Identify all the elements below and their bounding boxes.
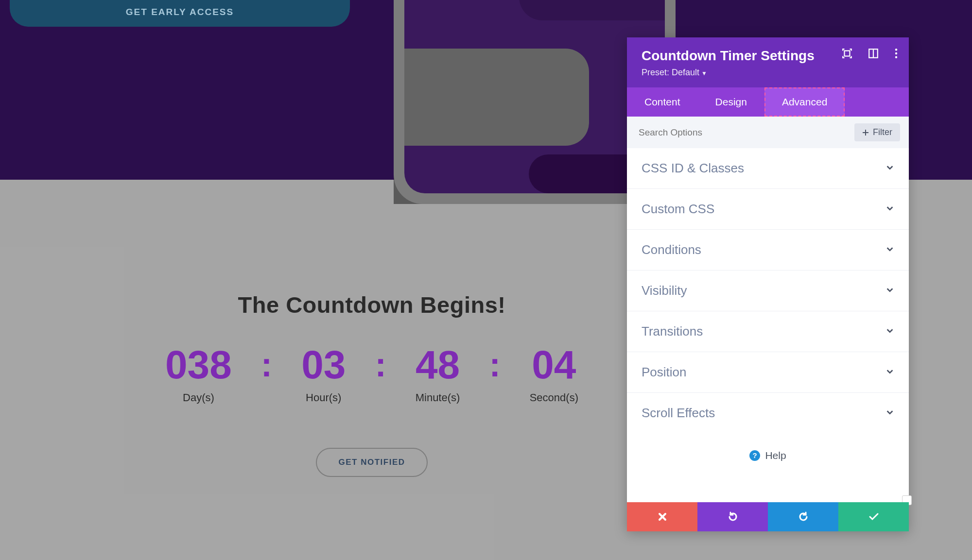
tab-content[interactable]: Content bbox=[627, 87, 698, 117]
help-label: Help bbox=[765, 450, 786, 461]
svg-point-3 bbox=[895, 49, 897, 51]
check-icon bbox=[868, 511, 880, 523]
redo-icon bbox=[798, 511, 809, 523]
panel-header[interactable]: Countdown Timer Settings Preset: Default… bbox=[627, 37, 909, 87]
svg-point-5 bbox=[895, 56, 897, 58]
expand-icon[interactable] bbox=[842, 48, 852, 59]
chevron-down-icon bbox=[885, 245, 894, 255]
chevron-down-icon bbox=[885, 326, 894, 337]
search-options-input[interactable] bbox=[639, 127, 854, 138]
notify-label: GET NOTIFIED bbox=[339, 458, 405, 467]
minutes-value: 48 bbox=[416, 345, 460, 385]
panel-tabs: Content Design Advanced bbox=[627, 87, 909, 117]
plus-icon bbox=[862, 129, 869, 136]
separator: : bbox=[489, 348, 500, 382]
undo-button[interactable] bbox=[697, 502, 768, 531]
separator: : bbox=[261, 348, 272, 382]
panel-footer bbox=[627, 502, 909, 531]
search-row: Filter bbox=[627, 117, 909, 148]
option-visibility[interactable]: Visibility bbox=[627, 271, 909, 311]
get-early-access-button[interactable]: GET EARLY ACCESS bbox=[10, 0, 350, 27]
days-label: Day(s) bbox=[183, 391, 214, 404]
option-scroll-effects[interactable]: Scroll Effects bbox=[627, 393, 909, 433]
option-label: Position bbox=[642, 365, 687, 380]
minutes-label: Minute(s) bbox=[416, 391, 460, 404]
separator: : bbox=[375, 348, 386, 382]
save-button[interactable] bbox=[838, 502, 909, 531]
hours-label: Hour(s) bbox=[306, 391, 341, 404]
svg-point-4 bbox=[895, 52, 897, 54]
seconds-label: Second(s) bbox=[530, 391, 578, 404]
chevron-down-icon bbox=[885, 286, 894, 296]
option-label: Custom CSS bbox=[642, 202, 714, 217]
option-label: Transitions bbox=[642, 324, 703, 339]
days-value: 038 bbox=[165, 345, 232, 385]
snap-panel-icon[interactable] bbox=[868, 48, 879, 59]
tab-design[interactable]: Design bbox=[698, 87, 764, 117]
chevron-down-icon bbox=[885, 204, 894, 215]
svg-text:?: ? bbox=[753, 451, 757, 459]
preset-label: Preset: Default bbox=[642, 68, 699, 77]
chevron-down-icon bbox=[885, 163, 894, 174]
tab-advanced[interactable]: Advanced bbox=[764, 87, 845, 117]
chevron-down-icon bbox=[885, 367, 894, 378]
undo-icon bbox=[727, 511, 739, 523]
seconds-value: 04 bbox=[532, 345, 576, 385]
cta-label: GET EARLY ACCESS bbox=[126, 7, 234, 17]
option-css-id-classes[interactable]: CSS ID & Classes bbox=[627, 148, 909, 189]
option-conditions[interactable]: Conditions bbox=[627, 230, 909, 271]
options-list: CSS ID & Classes Custom CSS Conditions V… bbox=[627, 148, 909, 433]
option-label: CSS ID & Classes bbox=[642, 161, 744, 176]
chevron-down-icon bbox=[885, 408, 894, 419]
option-transitions[interactable]: Transitions bbox=[627, 311, 909, 352]
help-button[interactable]: ? Help bbox=[627, 433, 909, 485]
filter-button[interactable]: Filter bbox=[854, 123, 900, 141]
help-icon: ? bbox=[749, 450, 760, 461]
option-position[interactable]: Position bbox=[627, 352, 909, 393]
preset-selector[interactable]: Preset: Default▼ bbox=[642, 68, 894, 78]
option-label: Visibility bbox=[642, 283, 687, 298]
close-icon bbox=[658, 512, 667, 522]
hours-value: 03 bbox=[301, 345, 346, 385]
svg-rect-0 bbox=[845, 51, 850, 56]
option-label: Conditions bbox=[642, 242, 701, 257]
caret-down-icon: ▼ bbox=[701, 70, 707, 77]
redo-button[interactable] bbox=[768, 502, 838, 531]
settings-panel: Countdown Timer Settings Preset: Default… bbox=[627, 37, 909, 531]
kebab-menu-icon[interactable] bbox=[894, 48, 898, 59]
get-notified-button[interactable]: GET NOTIFIED bbox=[316, 448, 428, 477]
option-custom-css[interactable]: Custom CSS bbox=[627, 189, 909, 230]
option-label: Scroll Effects bbox=[642, 406, 715, 421]
filter-label: Filter bbox=[873, 127, 892, 137]
cancel-button[interactable] bbox=[627, 502, 697, 531]
